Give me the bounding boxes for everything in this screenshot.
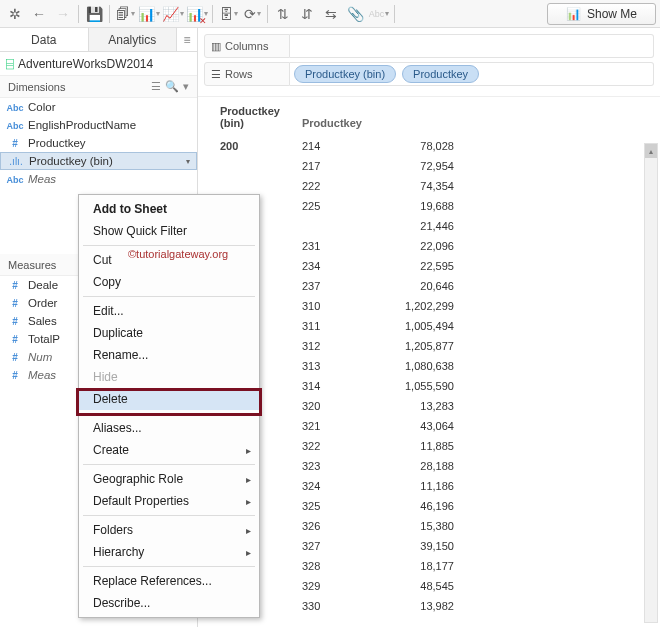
tab-menu-icon[interactable]: ≡ [177,28,197,51]
show-me-button[interactable]: 📊 Show Me [547,3,656,25]
cell-val: 78,028 [374,137,464,155]
datasource-label: AdventureWorksDW2014 [18,57,153,71]
cell-pk: 325 [292,497,372,515]
cell-pk: 222 [292,177,372,195]
table-row[interactable]: 20021478,028 [210,137,464,155]
server-icon[interactable]: 🗄 [217,3,239,25]
rows-icon: ☰ [211,68,221,81]
menu-add-to-sheet[interactable]: Add to Sheet [79,198,259,220]
scroll-up-icon[interactable]: ▴ [645,144,657,158]
cell-pk: 314 [292,377,372,395]
header-bin[interactable]: Productkey(bin) [210,99,290,135]
cell-bin: 200 [210,137,290,155]
rows-shelf[interactable]: ☰Rows Productkey (bin)Productkey [204,62,654,86]
database-icon: ⌸ [6,56,14,71]
chart-color-icon: 📊 [566,7,581,21]
columns-body[interactable] [290,34,654,58]
number-icon: # [6,352,24,363]
rows-body[interactable]: Productkey (bin)Productkey [290,62,654,86]
abc-icon: Abc [6,120,24,131]
menu-cut[interactable]: Cut [79,249,259,271]
menu-create[interactable]: Create [79,439,259,461]
menu-geographic-role[interactable]: Geographic Role [79,468,259,490]
dropdown-icon[interactable]: ▾ [183,80,189,93]
field-label: Deale [28,279,58,291]
chart2-icon[interactable]: 📈 [162,3,184,25]
refresh-icon[interactable]: ⟳ [241,3,263,25]
menu-copy[interactable]: Copy [79,271,259,293]
menu-edit[interactable]: Edit... [79,300,259,322]
save-icon[interactable]: 💾 [83,3,105,25]
cell-pk: 327 [292,537,372,555]
field-productkey-bin-[interactable]: .ılı.Productkey (bin)▾ [0,152,197,170]
menu-duplicate[interactable]: Duplicate [79,322,259,344]
field-productkey[interactable]: #Productkey [0,134,197,152]
cell-pk: 234 [292,257,372,275]
dropdown-icon[interactable]: ▾ [186,157,190,166]
sort-asc-icon[interactable]: ⇅ [272,3,294,25]
attachment-icon[interactable]: 📎 [344,3,366,25]
back-icon[interactable]: ← [28,3,50,25]
show-me-label: Show Me [587,7,637,21]
columns-shelf[interactable]: ▥Columns [204,34,654,58]
divider [83,566,255,567]
menu-default-properties[interactable]: Default Properties [79,490,259,512]
table-row[interactable]: 21772,954 [210,157,464,175]
menu-aliases[interactable]: Aliases... [79,417,259,439]
datasource-row[interactable]: ⌸ AdventureWorksDW2014 [0,52,197,76]
columns-label: Columns [225,40,268,52]
tab-data[interactable]: Data [0,28,89,51]
search-icon[interactable]: 🔍 [165,80,179,93]
abc-icon[interactable]: Abc [368,3,390,25]
menu-rename[interactable]: Rename... [79,344,259,366]
cell-pk: 237 [292,277,372,295]
new-datasource-icon[interactable]: 🗐 [114,3,136,25]
columns-icon: ▥ [211,40,221,53]
logo-icon[interactable]: ✲ [4,3,26,25]
divider [394,5,395,23]
menu-describe[interactable]: Describe... [79,592,259,614]
scrollbar[interactable]: ▴ [644,143,658,623]
header-val[interactable] [374,99,464,135]
field-meas[interactable]: AbcMeas [0,170,197,188]
field-label: Productkey (bin) [29,155,113,167]
cell-val: 43,064 [374,417,464,435]
menu-hierarchy[interactable]: Hierarchy [79,541,259,563]
divider [83,464,255,465]
number-icon: # [6,334,24,345]
field-label: Sales [28,315,57,327]
cell-pk: 320 [292,397,372,415]
table-area: Productkey(bin) Productkey 20021478,0282… [198,97,660,627]
number-icon: # [6,280,24,291]
field-color[interactable]: AbcColor [0,98,197,116]
chart1-icon[interactable]: 📊 [138,3,160,25]
cell-bin [210,177,290,195]
cell-val: 74,354 [374,177,464,195]
cell-val: 13,283 [374,397,464,415]
menu-folders[interactable]: Folders [79,519,259,541]
cell-val: 13,982 [374,597,464,615]
forward-icon[interactable]: → [52,3,74,25]
divider [83,296,255,297]
field-label: Meas [28,369,56,381]
menu-show-quick-filter[interactable]: Show Quick Filter [79,220,259,242]
cell-pk: 323 [292,457,372,475]
chart-delete-icon[interactable]: 📊✕ [186,3,208,25]
list-icon[interactable]: ☰ [151,80,161,93]
cell-val: 22,595 [374,257,464,275]
menu-delete[interactable]: Delete [79,388,259,410]
table-row[interactable]: 22274,354 [210,177,464,195]
sort-desc-icon[interactable]: ⇵ [296,3,318,25]
divider [83,515,255,516]
pill-productkey[interactable]: Productkey [402,65,479,83]
tab-analytics[interactable]: Analytics [89,28,178,51]
cell-pk: 217 [292,157,372,175]
sort-clear-icon[interactable]: ⇆ [320,3,342,25]
cell-val: 39,150 [374,537,464,555]
cell-pk: 324 [292,477,372,495]
cell-val: 18,177 [374,557,464,575]
field-englishproductname[interactable]: AbcEnglishProductName [0,116,197,134]
menu-replace-references[interactable]: Replace References... [79,570,259,592]
header-pk[interactable]: Productkey [292,99,372,135]
pill-productkey-bin-[interactable]: Productkey (bin) [294,65,396,83]
